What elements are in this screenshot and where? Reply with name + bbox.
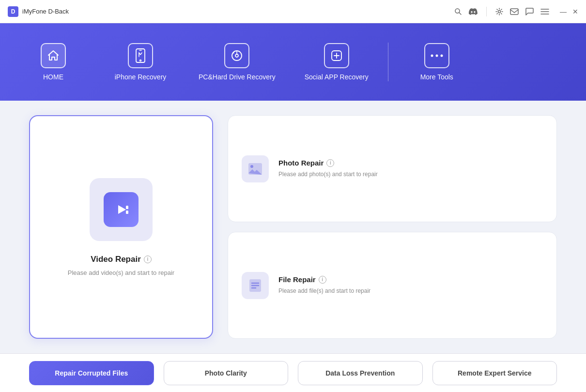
photo-clarity-button[interactable]: Photo Clarity bbox=[164, 361, 289, 385]
app-logo: D iMyFone D-Back bbox=[8, 6, 454, 17]
settings-icon[interactable] bbox=[495, 8, 503, 15]
cards-row: Video Repair i Please add video(s) and s… bbox=[29, 115, 557, 339]
nav-divider bbox=[388, 43, 388, 81]
svg-rect-17 bbox=[126, 206, 128, 209]
data-loss-button[interactable]: Data Loss Prevention bbox=[298, 361, 423, 385]
iphone-icon-wrap bbox=[128, 43, 153, 68]
titlebar-icons: — ✕ bbox=[454, 7, 578, 16]
search-icon[interactable] bbox=[454, 8, 462, 15]
titlebar: D iMyFone D-Back bbox=[0, 0, 586, 23]
close-button[interactable]: ✕ bbox=[572, 8, 578, 15]
cards-right: Photo Repair i Please add photo(s) and s… bbox=[228, 115, 557, 339]
chat-icon[interactable] bbox=[525, 8, 534, 15]
mail-icon[interactable] bbox=[510, 8, 519, 15]
pchd-icon-wrap bbox=[224, 43, 249, 68]
main-content: Video Repair i Please add video(s) and s… bbox=[0, 101, 586, 353]
photo-repair-icon bbox=[242, 155, 269, 182]
minimize-button[interactable]: — bbox=[560, 8, 567, 15]
svg-rect-3 bbox=[510, 9, 518, 15]
window-controls: — ✕ bbox=[560, 8, 578, 15]
repair-corrupted-button[interactable]: Repair Corrupted Files bbox=[29, 361, 154, 385]
video-repair-info-icon[interactable]: i bbox=[144, 256, 152, 263]
svg-rect-7 bbox=[136, 49, 145, 62]
logo-icon: D bbox=[8, 6, 18, 17]
nav-pchd[interactable]: PC&Hard Drive Recovery bbox=[184, 23, 290, 101]
more-icon-wrap bbox=[424, 43, 449, 68]
file-repair-card[interactable]: File Repair i Please add file(s) and sta… bbox=[228, 232, 557, 339]
svg-point-2 bbox=[498, 10, 501, 13]
svg-line-1 bbox=[459, 13, 461, 15]
nav-more-label: More Tools bbox=[420, 73, 453, 81]
svg-point-14 bbox=[431, 55, 433, 57]
app-name: iMyFone D-Back bbox=[22, 8, 69, 15]
file-repair-info-icon[interactable]: i bbox=[319, 276, 326, 284]
video-play-icon bbox=[104, 192, 139, 227]
file-repair-desc: Please add file(s) and start to repair bbox=[278, 286, 370, 295]
svg-point-10 bbox=[235, 54, 238, 57]
photo-repair-info-icon[interactable]: i bbox=[326, 159, 334, 167]
file-repair-content: File Repair i Please add file(s) and sta… bbox=[278, 275, 370, 295]
svg-rect-18 bbox=[126, 211, 128, 214]
video-repair-icon-wrap bbox=[90, 178, 153, 241]
nav-pchd-label: PC&Hard Drive Recovery bbox=[199, 73, 276, 81]
photo-repair-card[interactable]: Photo Repair i Please add photo(s) and s… bbox=[228, 115, 557, 222]
nav-home[interactable]: HOME bbox=[10, 23, 97, 101]
nav-iphone-label: iPhone Recovery bbox=[115, 73, 167, 81]
file-repair-title: File Repair i bbox=[278, 275, 370, 284]
video-repair-title: Video Repair i bbox=[91, 255, 152, 264]
svg-point-12 bbox=[233, 52, 234, 54]
social-icon-wrap bbox=[324, 43, 349, 68]
nav-social-label: Social APP Recovery bbox=[305, 73, 369, 81]
photo-repair-title: Photo Repair i bbox=[278, 159, 378, 167]
remote-expert-button[interactable]: Remote Expert Service bbox=[432, 361, 557, 385]
photo-repair-content: Photo Repair i Please add photo(s) and s… bbox=[278, 159, 378, 179]
photo-repair-desc: Please add photo(s) and start to repair bbox=[278, 170, 378, 179]
video-repair-card[interactable]: Video Repair i Please add video(s) and s… bbox=[29, 115, 213, 339]
svg-point-8 bbox=[140, 60, 141, 61]
svg-point-16 bbox=[440, 55, 443, 57]
menu-icon[interactable] bbox=[540, 8, 549, 15]
video-repair-desc: Please add video(s) and start to repair bbox=[68, 269, 174, 276]
nav-more[interactable]: More Tools bbox=[393, 23, 480, 101]
nav-social[interactable]: Social APP Recovery bbox=[290, 23, 383, 101]
home-icon-wrap bbox=[41, 43, 66, 68]
svg-point-20 bbox=[250, 165, 253, 168]
nav-home-label: HOME bbox=[43, 73, 63, 81]
navbar: HOME iPhone Recovery PC&Hard Drive Recov… bbox=[0, 23, 586, 101]
svg-point-15 bbox=[435, 55, 438, 57]
discord-icon[interactable] bbox=[469, 8, 478, 15]
bottom-toolbar: Repair Corrupted Files Photo Clarity Dat… bbox=[0, 353, 586, 392]
file-repair-icon bbox=[242, 272, 269, 299]
sep bbox=[486, 7, 487, 16]
nav-iphone[interactable]: iPhone Recovery bbox=[97, 23, 184, 101]
